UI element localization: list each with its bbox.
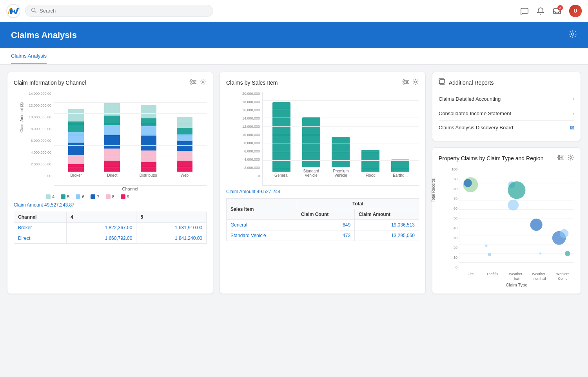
bubble-fire-2[interactable] — [464, 179, 472, 187]
svg-point-3 — [572, 33, 574, 35]
td-standard-amount[interactable]: 13,295,050 — [355, 230, 419, 241]
x-label-direct: Direct — [107, 173, 117, 178]
chart2-title: Claims by Sales Item — [226, 80, 278, 86]
th-sales-item: Sales Item — [227, 199, 297, 220]
bubble-theft-1[interactable] — [488, 253, 492, 256]
chart2-filter-icon[interactable] — [402, 78, 409, 87]
bubble-theft-2[interactable] — [485, 245, 488, 247]
report-arrow-1: › — [572, 110, 574, 116]
bubble-y-axis: 100 90 80 70 60 50 40 30 20 10 0 — [446, 167, 459, 269]
bubble-wcomp-2[interactable] — [560, 229, 568, 238]
page-title: Claims Analysis — [11, 30, 77, 40]
bubble-chart-header: Property Claims by Claim Type and Region — [439, 154, 574, 163]
bar-direct[interactable]: Direct — [94, 103, 130, 178]
bubble-x-labels: Fire Theft/B... Weather -hail Weather -n… — [459, 272, 574, 281]
user-avatar[interactable]: U — [569, 5, 582, 17]
bar-broker[interactable]: Broker — [58, 109, 94, 178]
chart1-summary: Claim Amount 49,527,243.87 — [14, 202, 207, 208]
bubble-wcomp-3[interactable] — [565, 251, 570, 256]
td-direct[interactable]: Direct — [14, 233, 67, 244]
tabs-bar: Claims Analysis — [0, 48, 588, 65]
table-row: Direct 1,660,792.00 1,841,240.00 — [14, 233, 207, 244]
bubble-chart-area: Total Records 100 90 80 70 60 50 40 30 2… — [446, 167, 574, 287]
th-claim-amount: Claim Amount — [355, 209, 419, 220]
nav-icons: 3 U — [520, 5, 582, 17]
chart1-summary-value[interactable]: 49,527,243.87 — [44, 202, 74, 208]
chart-claims-sales: Claims by Sales Item — [220, 72, 426, 294]
td-broker-4[interactable]: 1,822,367.00 — [66, 223, 136, 233]
chart1-bars-area: Broker Direct — [54, 92, 207, 186]
bar-web[interactable]: Web — [167, 117, 203, 178]
svg-point-17 — [415, 81, 417, 83]
bar-premium-vehicle[interactable]: Premium Vehicle — [326, 137, 356, 178]
report-arrow-0: › — [572, 96, 574, 102]
chat-icon-button[interactable] — [520, 7, 528, 15]
td-direct-5[interactable]: 1,841,240.00 — [136, 233, 207, 244]
x-label-weather-non-hail: Weather -non hail — [528, 272, 551, 281]
td-standard-count[interactable]: 473 — [297, 230, 354, 241]
td-broker-5[interactable]: 1,631,910.00 — [136, 223, 207, 233]
bubble-nwhail-2[interactable] — [539, 252, 541, 254]
svg-point-22 — [558, 158, 560, 160]
additional-reports-card: Additional Reports Claims Detailed Accou… — [432, 72, 581, 141]
td-general[interactable]: General — [227, 220, 297, 230]
chart1-title: Claim Information by Channel — [14, 80, 86, 86]
report-item-claims-detailed[interactable]: Claims Detailed Accounting › — [439, 92, 574, 106]
bar-standard-vehicle[interactable]: Standard Vehicle — [296, 117, 326, 178]
chart1-header: Claim Information by Channel — [14, 78, 207, 87]
chart1-legend: 4 5 6 7 8 9 — [46, 194, 207, 199]
th-channel: Channel — [14, 212, 67, 223]
td-direct-4[interactable]: 1,660,792.00 — [66, 233, 136, 244]
search-bar[interactable] — [25, 5, 213, 17]
main-content: Claim Information by Channel — [0, 65, 588, 301]
svg-point-11 — [403, 80, 405, 81]
chart2-gear-icon[interactable] — [412, 78, 419, 87]
chart2-header: Claims by Sales Item — [226, 78, 419, 87]
top-nav: 3 U — [0, 0, 588, 22]
report-item-discovery[interactable]: Claims Analysis Discovery Board ⊠ — [439, 121, 574, 134]
svg-point-21 — [561, 157, 563, 158]
bar-distributor[interactable]: Distributor — [131, 105, 167, 178]
svg-point-5 — [194, 81, 195, 83]
x-label-standard-vehicle: Standard Vehicle — [301, 169, 321, 178]
search-input[interactable] — [40, 8, 207, 14]
td-broker[interactable]: Broker — [14, 223, 67, 233]
bubble-chart-title: Property Claims by Claim Type and Region — [439, 155, 543, 161]
chart2-summary-value[interactable]: 49,527,244 — [257, 189, 280, 194]
chart1-filter-icon[interactable] — [189, 78, 196, 87]
chart1-gear-icon[interactable] — [200, 78, 207, 87]
bubble-whail-2[interactable] — [508, 181, 526, 199]
svg-point-10 — [202, 81, 204, 83]
svg-point-6 — [191, 83, 192, 84]
tab-claims-analysis[interactable]: Claims Analysis — [11, 48, 47, 64]
chart2-y-axis: 20,000,000 18,000,000 16,000,000 14,000,… — [234, 92, 262, 186]
th-total: Total — [297, 199, 419, 209]
bubble-chart-actions — [557, 154, 574, 163]
page-header: Claims Analysis — [0, 22, 588, 48]
inbox-icon-button[interactable]: 3 — [553, 7, 561, 15]
chart1-x-title: Channel — [54, 187, 207, 191]
bubble-filter-icon[interactable] — [557, 154, 564, 163]
td-standard-vehicle[interactable]: Standard Vehicle — [227, 230, 297, 241]
x-label-flood: Flood — [366, 173, 376, 178]
x-label-general: General — [274, 173, 289, 178]
td-general-amount[interactable]: 19,036,513 — [355, 220, 419, 230]
td-general-count[interactable]: 649 — [297, 220, 354, 230]
report-label-discovery: Claims Analysis Discovery Board — [439, 125, 513, 130]
legend-5: 5 — [61, 194, 69, 199]
report-item-consolidated[interactable]: Consolidated Income Statement › — [439, 106, 574, 121]
reports-title: Additional Reports — [449, 80, 494, 86]
app-logo — [6, 4, 20, 18]
x-label-fire: Fire — [459, 272, 482, 281]
bar-general[interactable]: General — [267, 102, 296, 178]
bubble-nwhail-1[interactable] — [530, 219, 543, 231]
bar-flood[interactable]: Flood — [356, 150, 385, 178]
inbox-badge: 3 — [557, 5, 563, 11]
bubble-whail-3[interactable] — [508, 199, 519, 210]
bubble-gear-icon[interactable] — [567, 154, 574, 163]
bar-earthquake[interactable]: Earthq... — [385, 160, 415, 178]
bubble-chart-card: Property Claims by Claim Type and Region — [432, 147, 581, 294]
bell-icon-button[interactable] — [536, 7, 545, 15]
header-gear-icon[interactable] — [568, 30, 577, 40]
th-4: 4 — [66, 212, 136, 223]
